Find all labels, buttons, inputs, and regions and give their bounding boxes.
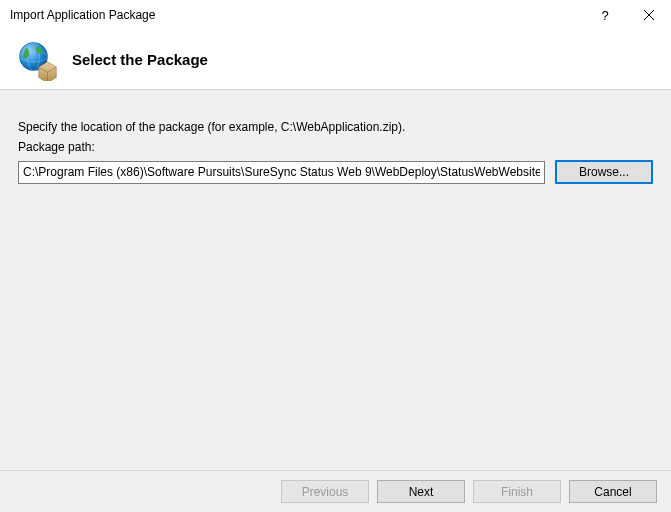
help-button[interactable]: ? (583, 0, 627, 30)
window-title: Import Application Package (10, 8, 583, 22)
wizard-content: Specify the location of the package (for… (0, 90, 671, 470)
next-button[interactable]: Next (377, 480, 465, 503)
previous-button: Previous (281, 480, 369, 503)
help-icon: ? (601, 8, 608, 23)
close-button[interactable] (627, 0, 671, 30)
wizard-footer: Previous Next Finish Cancel (0, 470, 671, 512)
package-path-row: Browse... (18, 160, 653, 184)
titlebar: Import Application Package ? (0, 0, 671, 30)
cancel-button[interactable]: Cancel (569, 480, 657, 503)
package-path-label: Package path: (18, 140, 653, 154)
globe-package-icon (16, 39, 58, 81)
package-path-input[interactable] (18, 161, 545, 184)
page-title: Select the Package (72, 51, 208, 68)
wizard-header: Select the Package (0, 30, 671, 90)
browse-button[interactable]: Browse... (555, 160, 653, 184)
finish-button: Finish (473, 480, 561, 503)
close-icon (644, 10, 654, 20)
instruction-text: Specify the location of the package (for… (18, 120, 653, 134)
